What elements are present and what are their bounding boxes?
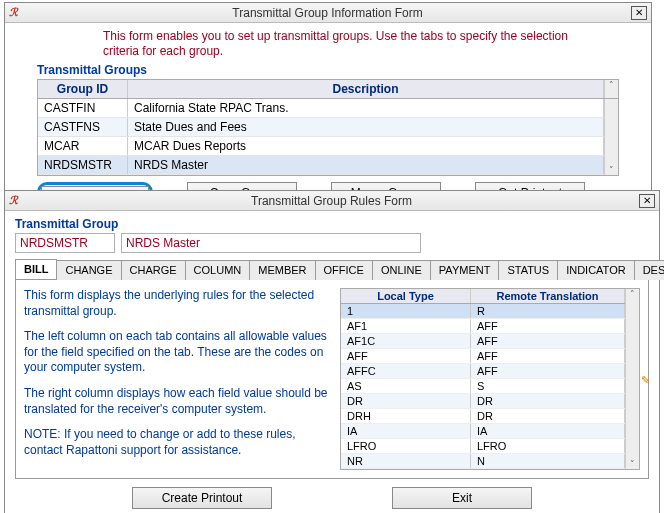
tab-indicator[interactable]: INDICATOR [557, 260, 635, 280]
cell-description: MCAR Dues Reports [128, 137, 604, 155]
info-titlebar: ℛ Transmittal Group Information Form ✕ [5, 3, 651, 23]
scroll-up-icon[interactable]: ˄ [604, 80, 618, 98]
col-remote-translation: Remote Translation [471, 289, 625, 303]
edit-pencil-icon[interactable]: ✎ [641, 374, 650, 387]
table-row[interactable]: NRN [341, 454, 625, 469]
cell-description: NRDS Master [128, 156, 604, 174]
col-local-type: Local Type [341, 289, 471, 303]
groups-scrollbar[interactable]: ˅ [604, 99, 618, 175]
cell-local: LFRO [341, 439, 471, 453]
cell-group-id: CASTFNS [38, 118, 128, 136]
tab-online[interactable]: ONLINE [372, 260, 431, 280]
scroll-down-icon[interactable]: ˅ [630, 459, 635, 469]
rules-p2: The left column on each tab contains all… [24, 329, 330, 376]
table-row[interactable]: 1R [341, 304, 625, 319]
cell-description: State Dues and Fees [128, 118, 604, 136]
create-printout-button[interactable]: Create Printout [132, 487, 272, 509]
cell-remote: AFF [471, 364, 625, 378]
cell-local: NR [341, 454, 471, 468]
cell-remote: DR [471, 409, 625, 423]
table-row[interactable]: MCARMCAR Dues Reports [38, 137, 604, 156]
rules-p1: This form displays the underlying rules … [24, 288, 330, 319]
tab-desigs[interactable]: DESIGS [634, 260, 664, 280]
rules-p3: The right column displays how each field… [24, 386, 330, 417]
cell-local: AF1C [341, 334, 471, 348]
col-group-id: Group ID [38, 80, 128, 98]
table-row[interactable]: DRDR [341, 394, 625, 409]
groups-label: Transmittal Groups [37, 63, 643, 77]
cell-local: 1 [341, 304, 471, 318]
cell-local: AF1 [341, 319, 471, 333]
table-row[interactable]: AFFAFF [341, 349, 625, 364]
cell-group-id: NRDSMSTR [38, 156, 128, 174]
app-icon: ℛ [9, 6, 18, 19]
tg-id-field[interactable]: NRDSMSTR [15, 233, 115, 253]
tab-office[interactable]: OFFICE [315, 260, 373, 280]
close-icon[interactable]: ✕ [631, 6, 647, 20]
table-row[interactable]: CASTFINCalifornia State RPAC Trans. [38, 99, 604, 118]
col-description: Description [128, 80, 604, 98]
rules-scrollbar[interactable]: ˄ ˅ [625, 289, 639, 469]
cell-remote: AFF [471, 319, 625, 333]
tab-payment[interactable]: PAYMENT [430, 260, 500, 280]
intro-text: This form enables you to set up transmit… [103, 29, 603, 59]
cell-group-id: MCAR [38, 137, 128, 155]
rules-description: This form displays the underlying rules … [24, 288, 330, 470]
cell-remote: IA [471, 424, 625, 438]
table-row[interactable]: IAIA [341, 424, 625, 439]
cell-local: IA [341, 424, 471, 438]
info-title: Transmittal Group Information Form [24, 6, 631, 20]
cell-remote: S [471, 379, 625, 393]
cell-local: AS [341, 379, 471, 393]
tab-status[interactable]: STATUS [498, 260, 558, 280]
app-icon: ℛ [9, 194, 18, 207]
cell-remote: LFRO [471, 439, 625, 453]
cell-local: AFFC [341, 364, 471, 378]
table-row[interactable]: AF1CAFF [341, 334, 625, 349]
tab-charge[interactable]: CHARGE [121, 260, 186, 280]
cell-remote: R [471, 304, 625, 318]
cell-local: AFF [341, 349, 471, 363]
exit-button[interactable]: Exit [392, 487, 532, 509]
rules-p4: NOTE: If you need to change or add to th… [24, 427, 330, 458]
cell-remote: DR [471, 394, 625, 408]
scroll-down-icon[interactable]: ˅ [609, 165, 614, 175]
cell-description: California State RPAC Trans. [128, 99, 604, 117]
table-row[interactable]: AF1AFF [341, 319, 625, 334]
tab-column[interactable]: COLUMN [185, 260, 251, 280]
rules-window: ℛ Transmittal Group Rules Form ✕ Transmi… [4, 190, 660, 513]
cell-remote: AFF [471, 349, 625, 363]
scroll-up-icon[interactable]: ˄ [630, 289, 635, 299]
tab-change[interactable]: CHANGE [56, 260, 121, 280]
tab-bill[interactable]: BILL [15, 259, 57, 279]
cell-group-id: CASTFIN [38, 99, 128, 117]
table-row[interactable]: ASS [341, 379, 625, 394]
rules-title: Transmittal Group Rules Form [24, 194, 639, 208]
cell-local: DR [341, 394, 471, 408]
close-icon[interactable]: ✕ [639, 194, 655, 208]
table-row[interactable]: CASTFNSState Dues and Fees [38, 118, 604, 137]
table-row[interactable]: NRDSMSTRNRDS Master [38, 156, 604, 175]
tab-member[interactable]: MEMBER [249, 260, 315, 280]
table-row[interactable]: DRHDR [341, 409, 625, 424]
tg-desc-field[interactable]: NRDS Master [121, 233, 421, 253]
rules-titlebar: ℛ Transmittal Group Rules Form ✕ [5, 191, 659, 211]
cell-remote: AFF [471, 334, 625, 348]
cell-local: DRH [341, 409, 471, 423]
groups-table: Group ID Description ˄ CASTFINCalifornia… [37, 79, 619, 176]
table-row[interactable]: LFROLFRO [341, 439, 625, 454]
table-row[interactable]: AFFCAFF [341, 364, 625, 379]
cell-remote: N [471, 454, 625, 468]
rules-table: Local Type Remote Translation 1RAF1AFFAF… [340, 288, 640, 470]
tg-label: Transmittal Group [15, 217, 655, 231]
